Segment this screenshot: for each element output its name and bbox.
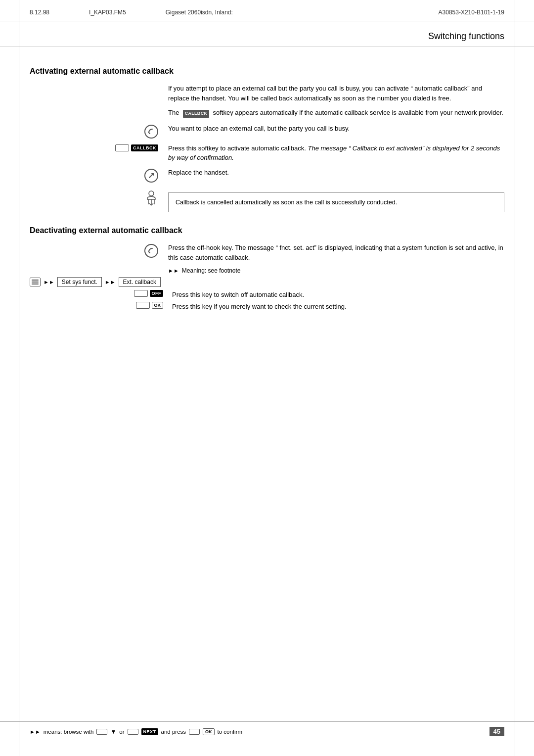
menu-icon [30,278,41,286]
callbck-key: CALLBCK [115,144,158,151]
note-person-icon [144,189,158,207]
page-number: 45 [490,727,504,736]
header-product: Gigaset 2060isdn, Inland: [166,9,233,16]
step1-icon-cell [30,124,168,139]
note-box: Callback is cancelled automatically as s… [168,192,504,213]
footer-text: means: browse with [44,729,94,735]
intro2-prefix: The [168,109,179,116]
footer-key-line [96,729,107,735]
svg-line-10 [149,252,150,253]
deact-step1-icon-cell [30,243,168,258]
ok-key-left: OK [30,302,168,309]
deact-offhook-icon [144,244,158,258]
page-title: Switching functions [0,21,534,47]
nav-arrow-2: ►► [105,279,116,285]
note-box-content: Callback is cancelled automatically as s… [168,188,504,218]
off-key-left: OFF [30,290,168,297]
footer-confirm: to confirm [218,729,243,735]
left-margin [19,0,19,756]
step3-icon-cell [30,168,168,183]
key-line-1 [115,144,129,151]
header-date: 8.12.98 [30,9,49,16]
step3-text: Replace the handset. [168,168,504,178]
step2-text1: Press this softkey to activate automatic… [168,144,306,152]
ok-key-label: OK [152,302,164,309]
footer-arrow: ►► [30,729,41,735]
footer-down-arrow: ▼ [110,728,116,735]
nav-path-row: ►► Set sys funct. ►► Ext. callback [30,277,504,287]
callbck-badge: CALLBCK [183,110,210,118]
deact-step1-row: Press the off-hook key. The message “ fn… [30,243,504,262]
footer-press: and press [161,729,186,735]
off-hook-icon [144,125,158,139]
note-row: Callback is cancelled automatically as s… [30,188,504,218]
svg-point-4 [149,191,154,196]
off-key-row: OFF Press this key to switch off automat… [30,290,504,300]
off-key-label: OFF [150,290,164,297]
footer-left: ►► means: browse with ▼ or NEXT and pres… [30,728,242,735]
right-margin [515,0,515,756]
step3-row: Replace the handset. [30,168,504,183]
nav-set-sys: Set sys funct. [57,277,102,287]
section-heading-deactivating: Deactivating external automatic callback [30,226,504,235]
key-line-ok [136,302,150,309]
intro-left-1 [30,84,168,103]
intro-text-2: The CALLBCK softkey appears automaticall… [168,108,504,118]
step2-text: Press this softkey to activate automatic… [168,143,504,163]
off-key-text: Press this key to switch off automatic c… [172,290,504,300]
step2-row: CALLBCK Press this softkey to activate a… [30,143,504,163]
note-text: Callback is cancelled automatically as s… [176,198,397,207]
intro-left-2 [30,108,168,118]
nav-ext-callback: Ext. callback [119,277,161,287]
footer-or: or [119,729,124,735]
intro-row-1: If you attempt to place an external call… [30,84,504,103]
header-bar: 8.12.98 I_KAP03.FM5 Gigaset 2060isdn, In… [0,0,534,21]
callbck-key-label: CALLBCK [131,144,158,151]
note-left [30,188,168,218]
replace-handset-icon [144,169,158,183]
intro2-suffix: softkey appears automatically if the aut… [213,109,503,116]
section-heading-activating: Activating external automatic callback [30,67,504,76]
footer-key-line2 [128,729,138,735]
content-area: Activating external automatic callback I… [0,52,534,343]
ok-key-row: OK Press this key if you merely want to … [30,302,504,312]
step1-text: You want to place an external call, but … [168,124,504,134]
header-filename: I_KAP03.FM5 [89,9,126,16]
footer-next-label: NEXT [141,728,158,735]
key-line-off [134,290,148,297]
intro-text-1: If you attempt to place an external call… [168,84,504,103]
header-docnum: A30853-X210-B101-1-19 [439,9,504,16]
step1-row: You want to place an external call, but … [30,124,504,139]
page-container: 8.12.98 I_KAP03.FM5 Gigaset 2060isdn, In… [0,0,534,756]
meaning-label: Meaning: see footnote [182,267,241,274]
nav-arrow-1: ►► [44,279,54,285]
footer-ok-label: OK [203,728,215,735]
intro-row-2: The CALLBCK softkey appears automaticall… [30,108,504,118]
deact-step1-text: Press the off-hook key. The message “ fn… [168,243,504,262]
ok-key-text: Press this key if you merely want to che… [172,302,504,312]
step2-icon-cell: CALLBCK [30,143,168,151]
footer-area: ►► means: browse with ▼ or NEXT and pres… [0,721,534,736]
footer-key-line3 [189,729,200,735]
svg-line-1 [149,174,153,178]
header-left: 8.12.98 I_KAP03.FM5 Gigaset 2060isdn, In… [30,9,233,16]
meaning-arrow: ►► [168,268,179,274]
svg-line-0 [149,133,150,134]
